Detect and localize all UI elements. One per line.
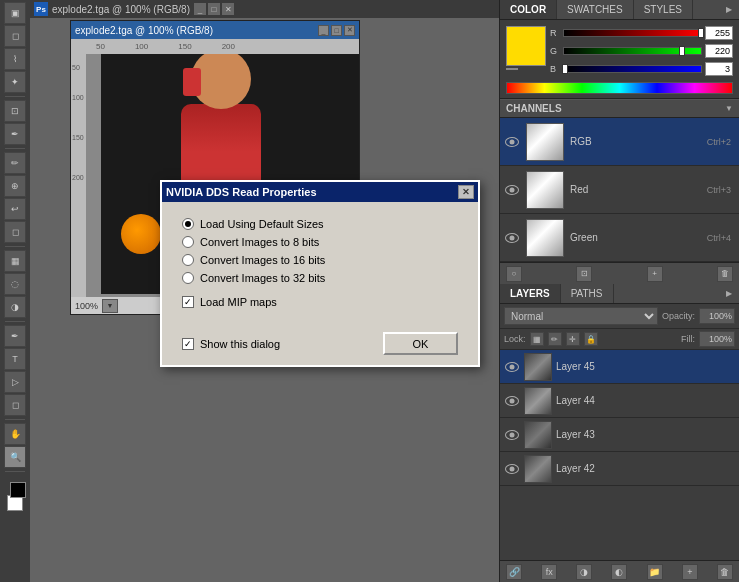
tool-separator-3 [5,246,25,247]
layers-tab-spacer [614,284,719,303]
layers-new-button[interactable]: + [682,564,698,580]
radio-0[interactable] [182,218,194,230]
channel-item-rgb[interactable]: RGB Ctrl+2 [500,118,739,166]
load-mip-checkbox-item[interactable]: Load MIP maps [182,296,458,308]
fill-value[interactable]: 100% [699,331,735,347]
tab-swatches[interactable]: SWATCHES [557,0,634,19]
tool-crop[interactable]: ⊡ [4,100,26,122]
layer-thumb-42 [524,455,552,483]
radio-item-0[interactable]: Load Using Default Sizes [182,218,458,230]
tool-pen[interactable]: ✒ [4,325,26,347]
channels-expand-button[interactable]: ▼ [725,104,733,113]
blend-mode-select[interactable]: Normal [504,307,658,325]
panel-tab-spacer [693,0,719,19]
tool-lasso[interactable]: ⌇ [4,48,26,70]
radio-item-2[interactable]: Convert Images to 16 bits [182,254,458,266]
b-slider[interactable] [563,65,702,73]
tool-text[interactable]: T [4,348,26,370]
b-thumb[interactable] [562,64,568,74]
layer-eye-45[interactable] [504,359,520,375]
tool-move[interactable]: ▣ [4,2,26,24]
eye-icon-green [505,233,519,243]
layer-name-43: Layer 43 [556,429,735,440]
ok-label: OK [413,338,429,350]
layers-adjustment-button[interactable]: ◐ [611,564,627,580]
tool-history[interactable]: ↩ [4,198,26,220]
layer-item-45[interactable]: Layer 45 [500,350,739,384]
layers-panel-menu[interactable]: ▶ [719,284,739,303]
tool-brush[interactable]: ✏ [4,152,26,174]
tab-paths[interactable]: PATHS [561,284,614,303]
color-panel-menu[interactable]: ▶ [719,0,739,19]
show-dialog-checkbox[interactable] [182,338,194,350]
layer-item-44[interactable]: Layer 44 [500,384,739,418]
opacity-value[interactable]: 100% [699,308,735,324]
tool-stamp[interactable]: ⊕ [4,175,26,197]
layers-effects-button[interactable]: fx [541,564,557,580]
channels-load-button[interactable]: ○ [506,266,522,282]
lock-transparent[interactable]: ▦ [530,332,544,346]
tool-dodge[interactable]: ◑ [4,296,26,318]
dialog-close-button[interactable]: ✕ [458,185,474,199]
b-value[interactable]: 3 [705,62,733,76]
tool-blur[interactable]: ◌ [4,273,26,295]
eye-pupil-red [510,187,515,192]
tool-select[interactable]: ◻ [4,25,26,47]
layers-link-button[interactable]: 🔗 [506,564,522,580]
color-swatch-big[interactable] [506,26,546,66]
channels-new-button[interactable]: + [647,266,663,282]
lock-all[interactable]: 🔒 [584,332,598,346]
lock-position[interactable]: ✛ [566,332,580,346]
channel-item-green[interactable]: Green Ctrl+4 [500,214,739,262]
tool-shape[interactable]: ◻ [4,394,26,416]
radio-item-3[interactable]: Convert Images to 32 bits [182,272,458,284]
tool-eyedrop[interactable]: ✒ [4,123,26,145]
channels-delete-button[interactable]: 🗑 [717,266,733,282]
layer-eye-43[interactable] [504,427,520,443]
g-value[interactable]: 220 [705,44,733,58]
show-dialog-checkbox-item[interactable]: Show this dialog [182,338,280,350]
channel-eye-rgb[interactable] [504,134,520,150]
tool-zoom[interactable]: 🔍 [4,446,26,468]
tool-eraser[interactable]: ◻ [4,221,26,243]
radio-label-0: Load Using Default Sizes [200,218,324,230]
layer-eye-44[interactable] [504,393,520,409]
layer-item-43[interactable]: Layer 43 [500,418,739,452]
channels-title: CHANNELS [506,103,725,114]
tool-hand[interactable]: ✋ [4,423,26,445]
lock-image[interactable]: ✏ [548,332,562,346]
radio-1[interactable] [182,236,194,248]
color-spectrum[interactable] [506,82,733,94]
layers-folder-button[interactable]: 📁 [647,564,663,580]
g-slider[interactable] [563,47,702,55]
tab-styles[interactable]: STYLES [634,0,693,19]
channels-save-button[interactable]: ⊡ [576,266,592,282]
g-thumb[interactable] [679,46,685,56]
channel-item-red[interactable]: Red Ctrl+3 [500,166,739,214]
channel-eye-green[interactable] [504,230,520,246]
channel-shortcut-rgb: Ctrl+2 [707,137,731,147]
layers-mask-button[interactable]: ◑ [576,564,592,580]
radio-item-1[interactable]: Convert Images to 8 bits [182,236,458,248]
layer-name-45: Layer 45 [556,361,735,372]
layer-item-42[interactable]: Layer 42 [500,452,739,486]
radio-2[interactable] [182,254,194,266]
layers-delete-button[interactable]: 🗑 [717,564,733,580]
foreground-color[interactable] [10,482,26,498]
ok-button[interactable]: OK [383,332,458,355]
radio-3[interactable] [182,272,194,284]
r-slider[interactable] [563,29,702,37]
tab-layers[interactable]: LAYERS [500,284,561,303]
tool-gradient[interactable]: ▦ [4,250,26,272]
r-value[interactable]: 255 [705,26,733,40]
load-mip-checkbox[interactable] [182,296,194,308]
channel-thumb-rgb [526,123,564,161]
tool-path[interactable]: ▷ [4,371,26,393]
channel-eye-red[interactable] [504,182,520,198]
channel-thumb-green [526,219,564,257]
color-panel: COLOR SWATCHES STYLES ▶ R [500,0,739,99]
r-thumb[interactable] [698,28,704,38]
tab-color[interactable]: COLOR [500,0,557,19]
layer-eye-42[interactable] [504,461,520,477]
tool-magic[interactable]: ✦ [4,71,26,93]
